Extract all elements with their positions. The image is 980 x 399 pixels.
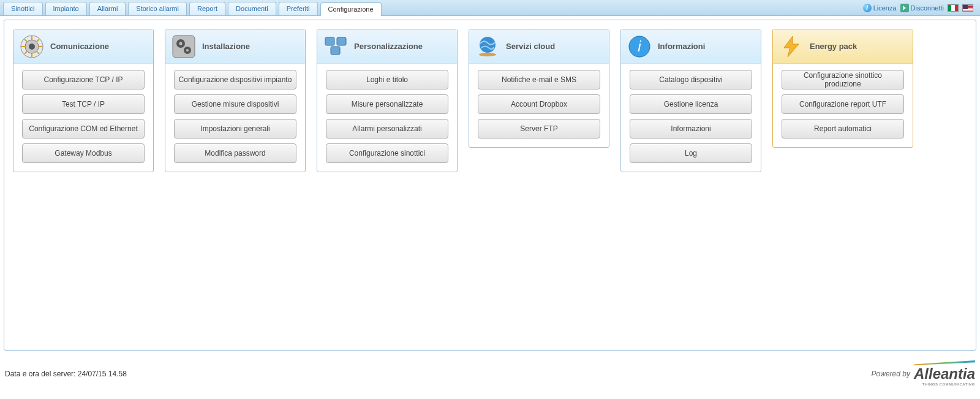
card-head-servizi: Servizi cloud <box>469 29 609 64</box>
btn-allarmi-personalizzati[interactable]: Allarmi personalizzati <box>326 119 448 139</box>
btn-gestione-licenza[interactable]: Gestione licenza <box>630 94 752 114</box>
tab-report[interactable]: Report <box>189 2 225 15</box>
svg-text:i: i <box>638 38 641 55</box>
btn-config-com-ethernet[interactable]: Configurazione COM ed Ethernet <box>22 119 145 139</box>
plug-icon <box>20 34 44 59</box>
tabs-container: Sinottici Impianto Allarmi Storico allar… <box>3 0 382 15</box>
license-label: Licenza <box>873 4 897 12</box>
card-body-energy: Configurazione sinottico produzione Conf… <box>773 64 913 147</box>
btn-config-tcpip[interactable]: Configurazione TCP / IP <box>22 70 145 89</box>
svg-rect-11 <box>173 36 195 58</box>
card-personalizzazione: Personalizzazione Loghi e titolo Misure … <box>317 29 458 172</box>
top-tabbar: Sinottici Impianto Allarmi Storico allar… <box>0 0 980 16</box>
tab-impianto[interactable]: Impianto <box>45 2 87 15</box>
btn-report-automatici[interactable]: Report automatici <box>782 119 904 139</box>
svg-point-20 <box>479 53 496 56</box>
card-body-informazioni: Catalogo dispositivi Gestione licenza In… <box>621 64 761 172</box>
card-body-servizi: Notifiche e-mail e SMS Account Dropbox S… <box>469 64 609 147</box>
license-link[interactable]: i Licenza <box>863 4 897 12</box>
card-informazioni: i Informazioni Catalogo dispositivi Gest… <box>620 29 761 172</box>
btn-gestione-misure[interactable]: Gestione misure dispositivi <box>174 94 296 114</box>
tiles-icon <box>323 34 348 59</box>
disconnect-link[interactable]: Disconnetti <box>900 4 944 12</box>
card-body-installazione: Configurazione dispositivi impianto Gest… <box>165 64 305 172</box>
btn-informazioni[interactable]: Informazioni <box>630 119 752 139</box>
card-title: Energy pack <box>810 42 857 51</box>
card-head-informazioni: i Informazioni <box>621 29 761 64</box>
tab-documenti[interactable]: Documenti <box>228 2 276 15</box>
flag-us-icon[interactable] <box>962 4 973 12</box>
brand-tagline: THINGS COMMUNICATING <box>914 382 975 386</box>
card-installazione: Installazione Configurazione dispositivi… <box>165 29 306 172</box>
card-head-personalizzazione: Personalizzazione <box>317 29 457 64</box>
btn-log[interactable]: Log <box>630 143 752 163</box>
card-title: Informazioni <box>658 42 705 51</box>
svg-point-14 <box>179 42 183 45</box>
config-main-panel: Comunicazione Configurazione TCP / IP Te… <box>4 20 976 351</box>
svg-marker-24 <box>784 36 799 57</box>
svg-point-19 <box>480 37 496 53</box>
btn-impostazioni-generali[interactable]: Impostazioni generali <box>174 119 296 139</box>
gears-icon <box>172 34 196 59</box>
disconnect-icon <box>900 4 909 12</box>
btn-config-sinottico-produzione[interactable]: Configurazione sinottico produzione <box>782 70 904 89</box>
btn-account-dropbox[interactable]: Account Dropbox <box>478 94 600 114</box>
btn-catalogo-dispositivi[interactable]: Catalogo dispositivi <box>630 70 752 89</box>
datetime-label: Data e ora del server: <box>5 370 78 378</box>
card-title: Comunicazione <box>50 42 109 51</box>
btn-server-ftp[interactable]: Server FTP <box>478 119 600 139</box>
btn-notifiche-email-sms[interactable]: Notifiche e-mail e SMS <box>478 70 600 89</box>
svg-rect-18 <box>331 47 340 55</box>
btn-config-report-utf[interactable]: Configurazione report UTF <box>782 94 904 114</box>
card-head-comunicazione: Comunicazione <box>13 29 153 64</box>
btn-gateway-modbus[interactable]: Gateway Modbus <box>22 143 145 163</box>
server-datetime: Data e ora del server: 24/07/15 14.58 <box>5 370 127 378</box>
card-servizi-cloud: Servizi cloud Notifiche e-mail e SMS Acc… <box>469 29 609 148</box>
bolt-icon <box>779 34 804 59</box>
globe-icon <box>475 34 500 59</box>
footer: Data e ora del server: 24/07/15 14.58 Po… <box>0 351 980 392</box>
svg-rect-17 <box>337 37 346 45</box>
card-body-personalizzazione: Loghi e titolo Misure personalizzate All… <box>317 64 457 172</box>
tab-storico-allarmi[interactable]: Storico allarmi <box>128 2 187 15</box>
card-title: Installazione <box>202 42 250 51</box>
card-energy-pack: Energy pack Configurazione sinottico pro… <box>772 29 913 148</box>
svg-rect-16 <box>325 37 334 45</box>
card-title: Personalizzazione <box>354 42 423 51</box>
btn-config-dispositivi[interactable]: Configurazione dispositivi impianto <box>174 70 296 89</box>
datetime-value: 24/07/15 14.58 <box>78 370 127 378</box>
btn-loghi-titolo[interactable]: Loghi e titolo <box>326 70 448 89</box>
tab-preferiti[interactable]: Preferiti <box>279 2 318 15</box>
svg-point-15 <box>186 49 189 51</box>
card-head-energy: Energy pack <box>773 29 913 64</box>
card-comunicazione: Comunicazione Configurazione TCP / IP Te… <box>13 29 154 172</box>
info-large-icon: i <box>627 34 652 59</box>
tab-sinottici[interactable]: Sinottici <box>3 2 43 15</box>
powered-by-label: Powered by <box>872 370 910 378</box>
footer-right: Powered by Alleantia THINGS COMMUNICATIN… <box>872 362 975 386</box>
brand-swoosh-icon <box>914 360 975 365</box>
svg-point-2 <box>29 44 35 50</box>
tab-allarmi[interactable]: Allarmi <box>89 2 126 15</box>
brand-logo: Alleantia THINGS COMMUNICATING <box>914 362 975 386</box>
info-icon: i <box>863 4 872 12</box>
card-head-installazione: Installazione <box>165 29 305 64</box>
btn-modifica-password[interactable]: Modifica password <box>174 143 296 163</box>
btn-test-tcpip[interactable]: Test TCP / IP <box>22 94 145 114</box>
flag-it-icon[interactable] <box>948 4 959 12</box>
card-title: Servizi cloud <box>506 42 555 51</box>
brand-name: Alleantia <box>914 365 975 382</box>
tabbar-right: i Licenza Disconnetti <box>863 4 977 12</box>
disconnect-label: Disconnetti <box>911 4 944 12</box>
btn-misure-personalizzate[interactable]: Misure personalizzate <box>326 94 448 114</box>
card-body-comunicazione: Configurazione TCP / IP Test TCP / IP Co… <box>13 64 153 172</box>
btn-config-sinottici[interactable]: Configurazione sinottici <box>326 143 448 163</box>
tab-configurazione[interactable]: Configurazione <box>320 2 382 16</box>
